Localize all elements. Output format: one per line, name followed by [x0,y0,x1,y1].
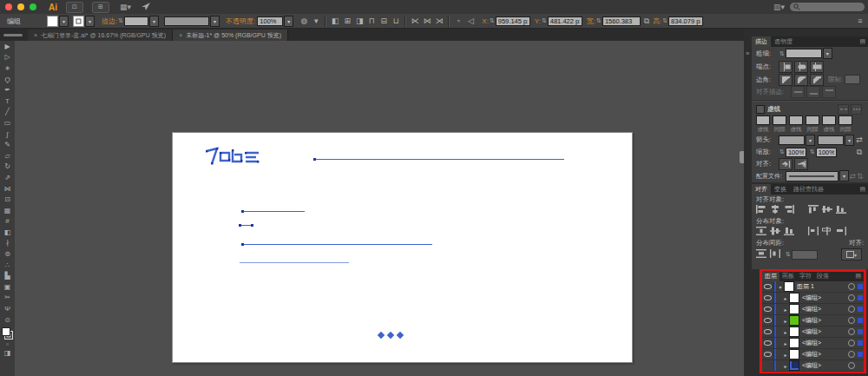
expand-arrow-icon[interactable]: ▸ [782,340,789,346]
layer-row[interactable]: ▸<编组> [762,338,864,349]
spacing-field[interactable] [792,250,818,260]
line-artwork-5[interactable] [240,262,349,263]
target-circle-icon[interactable] [848,283,855,290]
align-top-icon[interactable]: ⊓ [365,16,378,27]
stroke-link[interactable]: 描边: [102,16,117,26]
width-stepper[interactable]: ⇅ [596,17,602,24]
dashed-line-checkbox[interactable] [756,105,765,114]
layer-thumbnail[interactable] [789,327,799,337]
anchor-point[interactable] [241,243,244,246]
tool-free-transform-icon[interactable]: ⊡ [1,194,14,205]
controlbar-menu-icon[interactable]: ≡ [854,16,866,27]
layer-label[interactable]: <编组> [802,305,848,313]
document-tab-1[interactable]: × 七扇门登录-蓝.ai* @ 16.67% (RGB/GPU 预览) [28,30,173,41]
dash-field-2[interactable] [789,115,803,125]
distribute-top-button[interactable] [756,227,766,237]
tool-scale-icon[interactable]: ⇗ [1,172,14,183]
butt-cap-button[interactable] [779,61,792,73]
tool-blend-icon[interactable]: ⊚ [1,248,14,260]
align-arrow-tip-button[interactable] [779,158,792,170]
share-icon[interactable] [141,3,150,12]
tool-gradient-icon[interactable]: ◧ [1,227,14,238]
tool-rectangle-icon[interactable]: ▭ [1,117,14,129]
tool-pen-icon[interactable]: ✒ [1,84,14,96]
weight-field[interactable] [786,49,822,58]
height-field[interactable] [668,16,703,26]
preserve-dash-button[interactable] [838,104,849,115]
layer-thumbnail[interactable] [789,349,799,360]
search-field[interactable] [790,3,865,11]
tool-selection-icon[interactable]: ▶ [1,41,14,52]
distribute-left-button[interactable] [808,227,819,237]
zoom-window-button[interactable] [30,3,36,10]
panel-menu-icon[interactable]: ▤ [859,186,865,193]
expand-arrow-icon[interactable]: ▸ [782,318,789,324]
target-circle-icon[interactable] [848,317,855,324]
scale-end-field[interactable] [816,148,837,157]
align-right-button[interactable] [784,205,794,215]
layer-row[interactable]: ▸<编组> [762,327,864,338]
align-v-center-button[interactable] [822,205,832,215]
canvas[interactable] [15,41,744,376]
selection-square[interactable] [858,284,863,289]
line-artwork-2[interactable] [242,211,305,212]
expand-arrow-icon[interactable]: ▸ [782,307,789,313]
align-left-button[interactable] [756,205,766,215]
layer-label[interactable]: <编组> [802,316,848,325]
y-stepper[interactable]: ⇅ [542,17,547,24]
gap-field-3[interactable] [838,115,852,125]
target-circle-icon[interactable] [848,306,855,313]
selection-square[interactable] [858,352,863,357]
y-field[interactable] [548,16,582,26]
fill-color-swatch[interactable] [47,16,58,27]
constrain-proportions-icon[interactable]: ⧉ [641,16,653,27]
anchor-point[interactable] [241,210,244,213]
stroke-color-swatch[interactable] [73,16,84,27]
target-circle-icon[interactable] [848,340,855,346]
tab-stroke[interactable]: 描边 [752,36,771,47]
arrow-start-dropdown-icon[interactable]: ▾ [806,135,815,146]
weight-stepper[interactable]: ⇅ [779,50,785,57]
expand-arrow-icon[interactable]: ▸ [782,363,789,369]
stroke-dropdown-icon[interactable]: ▾ [85,16,95,27]
arrange-documents-button[interactable]: ⊞ [92,2,109,13]
bridge-button[interactable]: ⊡ [66,2,83,13]
tool-magic-wand-icon[interactable]: ∗ [1,63,14,74]
layer-thumbnail[interactable] [784,281,794,292]
tab-paragraph[interactable]: 段落 [814,271,832,281]
tab-layers[interactable]: 图层 [762,271,779,281]
align-bottom-icon[interactable]: ⊔ [390,16,402,27]
selection-square[interactable] [858,329,863,334]
visibility-toggle[interactable] [762,304,774,314]
change-screen-mode-icon[interactable]: ◨ [1,348,14,357]
visibility-toggle[interactable] [762,281,774,292]
align-v-center-icon[interactable]: ⊟ [378,16,390,27]
selection-square[interactable] [858,295,863,300]
line-artwork-1[interactable] [314,159,564,160]
x-field[interactable] [496,16,530,26]
layer-thumbnail[interactable] [789,338,799,348]
tool-eraser-icon[interactable]: ▱ [1,150,14,162]
distribute-bottom-button[interactable] [784,227,794,237]
brush-definition-field[interactable] [164,16,209,26]
layer-thumbnail[interactable] [789,315,799,326]
target-circle-icon[interactable] [848,351,855,358]
opacity-link[interactable]: 不透明度: [226,16,255,26]
collapse-panels-icon[interactable]: » [746,49,749,57]
target-circle-icon[interactable] [848,362,855,369]
distribute-v-space-button[interactable] [756,249,766,260]
visibility-toggle[interactable] [762,338,774,348]
style-options-icon[interactable]: ▾ [310,16,322,27]
anchor-point[interactable] [239,224,241,227]
gap-field-2[interactable] [806,115,819,125]
tool-perspective-grid-icon[interactable]: ▦ [1,205,14,216]
expand-arrow-icon[interactable]: ▸ [782,295,789,301]
line-artwork-4[interactable] [242,244,432,245]
selection-square[interactable] [858,318,863,323]
distribute-left-icon[interactable]: ⋉ [409,16,421,27]
tab-transparency[interactable]: 透明度 [771,36,796,47]
selection-square[interactable] [858,340,863,346]
round-join-button[interactable] [794,74,808,86]
stroke-weight-dropdown-icon[interactable]: ▾ [149,16,159,27]
miter-join-button[interactable] [779,74,792,86]
